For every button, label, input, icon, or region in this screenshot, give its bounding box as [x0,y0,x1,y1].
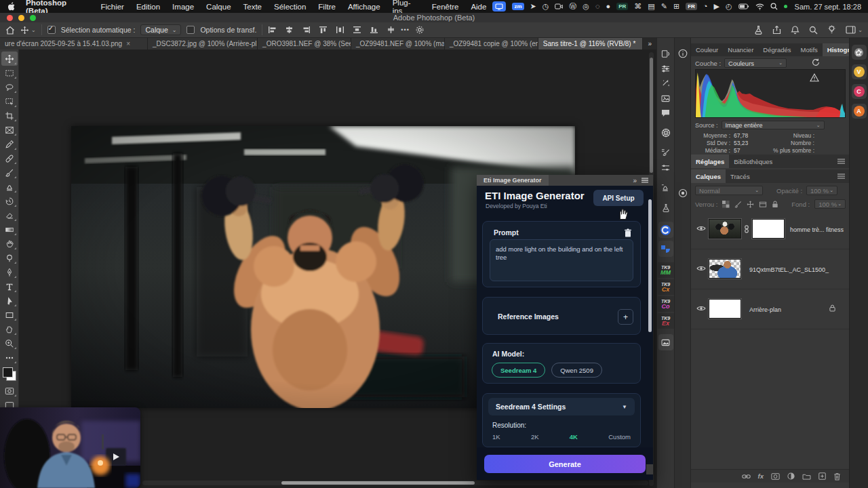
layer-row-91q[interactable]: 91QxtmB7tEL._AC_SL1500_ [691,249,849,289]
frame-tool[interactable] [1,123,18,137]
tab-traces[interactable]: Tracés [726,169,755,183]
model-seedream4-button[interactable]: Seedream 4 [492,363,545,378]
delete-layer-trash-icon[interactable] [833,472,841,481]
type-tool[interactable] [1,279,18,293]
generative-fill-panel-icon[interactable] [658,76,674,91]
camera-icon[interactable] [555,3,563,9]
tab-dsc3872[interactable]: _DSC3872.jpg @ 100% (Arrière-pl...× [148,38,258,49]
tab-couleur[interactable]: Couleur [691,43,723,56]
input-language-badge[interactable]: FR [686,3,697,10]
resolution-4k-selected[interactable]: 4K [570,433,578,441]
beta-flask-icon[interactable] [754,25,763,35]
edit-toolbar-ellipsis[interactable] [1,350,18,365]
horizontal-scrollbar[interactable] [142,481,648,485]
transform-controls-checkbox[interactable] [186,26,195,34]
v-plugin-icon[interactable]: V [852,64,867,79]
foreground-color-swatch[interactable] [3,367,13,378]
panel-resize-grip[interactable] [646,464,653,474]
search-icon[interactable] [809,26,818,35]
clear-prompt-button[interactable] [622,226,634,239]
clipboard-icon[interactable]: ▤ [648,3,654,10]
distribute-v-icon[interactable] [353,26,361,34]
creative-cloud-icon[interactable]: ◌ [595,3,600,10]
menubar-clock[interactable]: Sam. 27 sept. 18:28 [795,3,861,11]
camera-raw-panel-icon[interactable] [658,125,674,140]
model-qwen2509-button[interactable]: Qwen 2509 [551,363,602,378]
panel-menu-icon[interactable] [837,174,845,179]
tab-bibliotheques[interactable]: Bibliothèques [729,155,777,168]
layer-mask-thumbnail[interactable] [752,219,785,239]
zoom-app-badge[interactable]: zm [512,3,524,10]
info-panel-icon[interactable] [678,49,688,58]
layer-thumbnail-fitness[interactable] [709,219,741,239]
tab-capture-ecran[interactable]: ure d'écran 2025-09-25 à 15.41.03.png× [0,38,148,49]
crop-tool[interactable] [1,108,18,123]
c-plugin-icon[interactable]: C [852,84,867,99]
menu-edition[interactable]: Edition [130,3,166,11]
menu-affichage[interactable]: Affichage [342,3,387,11]
adjustment-layer-icon[interactable] [787,472,795,480]
layer-visibility-eye-icon[interactable] [696,265,706,272]
panel-scrollbar-thumb[interactable] [648,199,652,332]
move-tool-preset[interactable]: ⌄ [20,26,36,35]
marquee-tool[interactable] [1,66,18,80]
photo-panel-icon[interactable] [658,91,674,106]
blend-mode-select[interactable]: Normal⌄ [695,186,763,195]
tab-oz99481[interactable]: _OZ99481.NEF @ 100% (masque d...× [351,38,445,49]
eyedropper-tool[interactable] [1,137,18,151]
beta-flask-panel-icon[interactable] [658,200,674,215]
lasso-tool[interactable] [1,80,18,94]
eraser-tool[interactable] [1,208,18,222]
workspace-gear-icon[interactable] [415,25,425,35]
ink-drop-icon[interactable]: ● [606,3,611,10]
discover-bulb-icon[interactable] [827,25,836,35]
lock-transparency-icon[interactable] [722,201,730,208]
move-tool[interactable] [1,52,18,66]
history-brush-tool[interactable] [1,194,18,208]
layer-visibility-eye-icon[interactable] [696,305,706,312]
layer-row-fitness[interactable]: homme trè... fitness [691,209,849,249]
fill-value[interactable]: 100 %⌄ [814,199,846,209]
tab-sans-titre-active[interactable]: Sans titre-1 @ 116% (RVB/8) * [538,38,644,49]
generate-button[interactable]: Generate [484,455,646,473]
tk9-co-panel-icon[interactable]: TK9Co [658,296,674,312]
opacity-value[interactable]: 100 %⌄ [806,186,837,195]
screen-mirroring-icon[interactable] [492,1,506,12]
collapse-section-icon[interactable]: ▼ [622,404,627,410]
layer-thumbnail-91q[interactable] [709,259,741,279]
pen-tool[interactable] [1,265,18,279]
histogram-warning-icon[interactable] [810,73,819,82]
menu-texte[interactable]: Texte [237,3,269,11]
healing-brush-tool[interactable] [1,151,18,165]
menu-selection[interactable]: Sélection [268,3,312,11]
lock-artboard-icon[interactable] [759,201,767,208]
lock-pixels-icon[interactable] [734,201,742,208]
tab-nuancier[interactable]: Nuancier [723,43,758,56]
workspace-switcher[interactable]: ⌄ [846,26,863,34]
history-panel-icon[interactable] [658,46,674,61]
tab-calques[interactable]: Calques [691,169,726,183]
align-right-icon[interactable] [302,26,311,34]
link-layers-icon[interactable] [742,474,751,479]
vertical-scrollbar-thumb[interactable] [650,58,653,173]
image-panel-icon[interactable] [658,334,673,350]
resolution-2k[interactable]: 2K [531,433,539,441]
panel-menu-icon[interactable] [837,159,845,164]
layer-row-arriere-plan[interactable]: Arrière-plan [691,289,849,329]
refresh-histogram-icon[interactable] [812,58,820,66]
dodge-tool[interactable] [1,251,18,265]
search-icon[interactable] [770,3,778,10]
path-selection-tool[interactable] [1,293,18,308]
auto-select-checkbox[interactable] [47,26,56,34]
color-swatches[interactable] [2,367,17,381]
gradient-tool[interactable] [1,222,18,237]
shape-tool[interactable] [1,308,18,322]
panel-menu-icon[interactable] [642,178,648,183]
resolution-1k[interactable]: 1K [492,433,500,441]
horizontal-scrollbar-thumb[interactable] [281,481,475,485]
quick-mask-button[interactable] [1,384,18,398]
tab-oz99481-copie[interactable]: _OZ99481 copie @ 100% (enlève l...× [445,38,538,49]
add-layer-mask-icon[interactable] [771,473,780,480]
tab-motifs[interactable]: Motifs [796,43,823,56]
channel-select[interactable]: Couleurs⌄ [724,58,787,68]
